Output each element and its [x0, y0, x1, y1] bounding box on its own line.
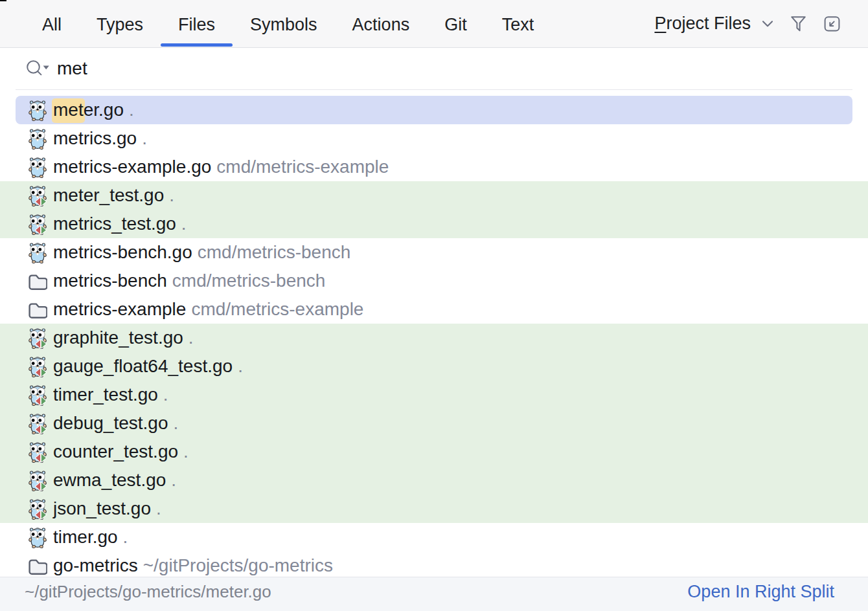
scope-selector[interactable]: Project Files	[654, 14, 751, 34]
go-test-file-icon	[27, 412, 48, 434]
result-name: graphite_test.go	[53, 328, 183, 348]
result-name: ewma_test.go	[53, 470, 166, 491]
tab-bar: AllTypesFilesSymbolsActionsGitText Proje…	[0, 0, 868, 48]
result-location: cmd/metrics-example	[191, 299, 363, 320]
result-name: meter.go	[53, 100, 124, 120]
result-row[interactable]: debug_test.go.	[0, 409, 868, 438]
result-location: cmd/metrics-bench	[198, 242, 351, 263]
result-location: .	[174, 413, 179, 434]
result-row[interactable]: metrics.go.	[0, 124, 868, 153]
result-row[interactable]: json_test.go.	[0, 494, 868, 523]
result-name: json_test.go	[53, 498, 151, 519]
go-test-file-icon	[27, 355, 48, 377]
selected-file-path: ~/gitProjects/go-metrics/meter.go	[25, 582, 271, 602]
tab-types[interactable]: Types	[79, 0, 161, 47]
result-row[interactable]: gauge_float64_test.go.	[0, 352, 868, 381]
result-row[interactable]: graphite_test.go.	[0, 324, 868, 352]
result-location: .	[188, 328, 194, 348]
result-location: .	[123, 527, 128, 548]
result-name: counter_test.go	[53, 441, 178, 462]
tab-label: Symbols	[250, 15, 317, 35]
result-name: metrics-bench.go	[53, 242, 192, 263]
result-location: .	[183, 441, 188, 462]
result-row[interactable]: timer.go.	[0, 523, 868, 551]
result-location: ~/gitProjects/go-metrics	[143, 555, 333, 576]
tab-label: Types	[97, 15, 143, 35]
result-row[interactable]: meter_test.go.	[0, 181, 868, 210]
result-row[interactable]: ewma_test.go.	[0, 466, 868, 494]
go-test-file-icon	[27, 384, 48, 406]
tabs: AllTypesFilesSymbolsActionsGitText	[25, 0, 551, 47]
result-row[interactable]: meter.go.	[0, 96, 868, 124]
result-name: metrics-example.go	[53, 157, 211, 177]
chevron-down-icon[interactable]	[762, 20, 773, 28]
result-location: .	[171, 470, 176, 491]
result-name: metrics-bench	[53, 271, 167, 291]
search-input[interactable]	[57, 58, 640, 79]
tab-git[interactable]: Git	[427, 0, 485, 47]
folder-icon	[27, 555, 48, 577]
go-file-icon	[27, 99, 48, 121]
scope-label-rest: roject Files	[666, 14, 751, 33]
result-name: metrics_test.go	[53, 214, 176, 234]
tab-label: Text	[502, 15, 534, 35]
go-file-icon	[27, 128, 48, 150]
result-name: timer_test.go	[53, 384, 158, 405]
header-actions: Project Files	[654, 0, 868, 47]
result-name: timer.go	[53, 527, 118, 548]
go-test-file-icon	[27, 327, 48, 349]
result-location: cmd/metrics-example	[216, 157, 389, 177]
tab-label: All	[42, 15, 62, 35]
results-list: meter.go.metrics.go.metrics-example.gocm…	[0, 90, 868, 577]
result-row[interactable]: timer_test.go.	[0, 381, 868, 409]
go-file-icon	[27, 526, 48, 548]
open-in-right-split-link[interactable]: Open In Right Split	[687, 582, 834, 602]
result-row[interactable]: go-metrics~/gitProjects/go-metrics	[0, 551, 868, 577]
result-name: metrics-example	[53, 299, 186, 320]
tab-files[interactable]: Files	[161, 0, 233, 47]
tab-text[interactable]: Text	[485, 0, 552, 47]
result-location: .	[156, 498, 161, 519]
go-test-file-icon	[27, 441, 48, 463]
tab-actions[interactable]: Actions	[335, 0, 428, 47]
go-file-icon	[27, 156, 48, 178]
open-in-window-icon[interactable]	[824, 16, 840, 32]
result-row[interactable]: metrics-examplecmd/metrics-example	[0, 295, 868, 324]
result-name: go-metrics	[53, 555, 138, 576]
search-everywhere-popup: AllTypesFilesSymbolsActionsGitText Proje…	[0, 0, 868, 611]
folder-icon	[27, 298, 48, 320]
tab-all[interactable]: All	[25, 0, 79, 47]
result-name: meter_test.go	[53, 185, 164, 206]
selection-highlight	[16, 96, 852, 124]
search-icon[interactable]	[26, 58, 52, 79]
result-row[interactable]: metrics-example.gocmd/metrics-example	[0, 153, 868, 181]
go-test-file-icon	[27, 469, 48, 491]
result-location: .	[129, 100, 134, 120]
tab-label: Actions	[352, 15, 410, 35]
filter-icon[interactable]	[790, 16, 806, 32]
go-test-file-icon	[27, 498, 48, 520]
search-field	[0, 48, 868, 89]
result-row[interactable]: counter_test.go.	[0, 438, 868, 466]
scope-mnemonic: P	[654, 14, 666, 33]
search-match-highlight: met	[53, 98, 84, 123]
result-location: .	[169, 185, 174, 206]
result-location: .	[181, 214, 187, 234]
tab-label: Git	[444, 15, 467, 35]
result-row[interactable]: metrics-benchcmd/metrics-bench	[0, 267, 868, 295]
result-name: debug_test.go	[53, 413, 168, 434]
folder-icon	[27, 270, 48, 292]
result-name: gauge_float64_test.go	[53, 356, 233, 377]
go-file-icon	[27, 241, 48, 263]
tab-label: Files	[178, 15, 215, 35]
result-row[interactable]: metrics-bench.gocmd/metrics-bench	[0, 238, 868, 267]
result-location: .	[238, 356, 243, 377]
result-location: cmd/metrics-bench	[172, 271, 326, 291]
go-test-file-icon	[27, 184, 48, 206]
result-location: .	[142, 128, 147, 149]
result-location: .	[163, 384, 168, 405]
active-tab-underline	[161, 43, 233, 47]
result-row[interactable]: metrics_test.go.	[0, 210, 868, 238]
footer-bar: ~/gitProjects/go-metrics/meter.go Open I…	[0, 577, 868, 611]
tab-symbols[interactable]: Symbols	[233, 0, 335, 47]
